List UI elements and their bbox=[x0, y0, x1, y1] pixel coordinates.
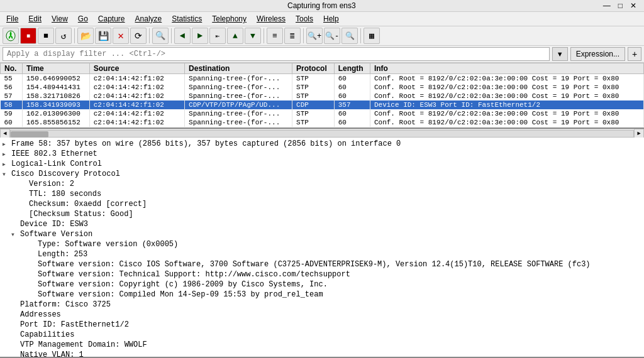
field-label: Device ID: ESW3 bbox=[20, 220, 641, 229]
start-capture-icon: ■ bbox=[26, 33, 30, 40]
save-file-button[interactable]: 💾 bbox=[95, 28, 111, 44]
detail-field-item: Native VLAN: 1 bbox=[3, 350, 641, 358]
menu-capture[interactable]: Capture bbox=[94, 13, 129, 24]
menu-wireless[interactable]: Wireless bbox=[253, 13, 289, 24]
find-packet-button[interactable]: 🔍 bbox=[152, 28, 169, 44]
field-label: Software version: Compiled Mon 14-Sep-09… bbox=[38, 290, 641, 299]
zoom-in-button[interactable]: 🔍+ bbox=[306, 28, 323, 44]
llc-header-item[interactable]: Logical-Link Control bbox=[3, 159, 641, 169]
ethernet-header-item[interactable]: IEEE 802.3 Ethernet bbox=[3, 149, 641, 159]
field-label: Capabilities bbox=[20, 330, 641, 339]
field-label: Software version: Copyright (c) 1986-200… bbox=[38, 280, 641, 289]
stop-capture-button[interactable]: ⏹ bbox=[38, 28, 54, 44]
restart-capture-button[interactable]: ↺ bbox=[55, 28, 72, 44]
field-label: Version: 2 bbox=[29, 180, 641, 188]
colorize-button[interactable]: ≡ bbox=[267, 28, 283, 44]
zoom-out-icon: 🔍- bbox=[325, 31, 339, 41]
table-row[interactable]: 60165.855856152c2:04:14:42:f1:02Spanning… bbox=[1, 118, 644, 127]
scroll-track[interactable] bbox=[10, 130, 634, 138]
toolbar: ■ ⏹ ↺ 📂 💾 ✕ ⟳ 🔍 ◄ ► ⇤ ▲ ▼ ≡ ≣ 🔍 bbox=[0, 26, 644, 46]
menu-view[interactable]: View bbox=[48, 13, 72, 24]
llc-header-text: Logical-Link Control bbox=[11, 160, 641, 168]
expression-button[interactable]: Expression... bbox=[570, 47, 625, 61]
scroll-down-icon: ▼ bbox=[250, 31, 255, 41]
table-row[interactable]: 56154.489441431c2:04:14:42:f1:02Spanning… bbox=[1, 83, 644, 92]
go-back-button[interactable]: ◄ bbox=[174, 28, 191, 44]
start-capture-button[interactable]: ■ bbox=[20, 28, 36, 44]
col-time: Time bbox=[22, 63, 89, 74]
table-row[interactable]: 59162.013096300c2:04:14:42:f1:02Spanning… bbox=[1, 109, 644, 118]
detail-field-item: Length: 253 bbox=[3, 249, 641, 259]
menu-help[interactable]: Help bbox=[319, 13, 343, 24]
detail-field-item: Software version: Cisco IOS Software, 37… bbox=[3, 259, 641, 269]
cdp-toggle-icon bbox=[3, 170, 11, 178]
scroll-down-button[interactable]: ▼ bbox=[245, 28, 261, 44]
zoom-out-button[interactable]: 🔍- bbox=[324, 28, 340, 44]
auto-scroll-button[interactable]: ≣ bbox=[284, 28, 301, 44]
zoom-reset-button[interactable]: 🔍 bbox=[341, 28, 358, 44]
scroll-up-button[interactable]: ▲ bbox=[227, 28, 243, 44]
menu-file[interactable]: File bbox=[3, 13, 22, 24]
close-button[interactable]: ✕ bbox=[628, 1, 639, 10]
detail-field-item: Software version: Copyright (c) 1986-200… bbox=[3, 279, 641, 290]
field-label: Addresses bbox=[20, 310, 641, 319]
field-label: TTL: 180 seconds bbox=[29, 190, 641, 198]
menu-analyze[interactable]: Analyze bbox=[131, 13, 166, 24]
close-file-icon: ✕ bbox=[118, 30, 124, 42]
find-icon: 🔍 bbox=[155, 31, 165, 41]
filter-input[interactable] bbox=[3, 47, 550, 61]
detail-field-item: Device ID: ESW3 bbox=[3, 219, 641, 229]
open-file-button[interactable]: 📂 bbox=[77, 28, 94, 44]
filter-bar: ▼ Expression... + bbox=[0, 46, 644, 63]
detail-field-item: TTL: 180 seconds bbox=[3, 189, 641, 199]
colorize-icon: ≡ bbox=[272, 31, 277, 41]
open-file-icon: 📂 bbox=[80, 31, 91, 41]
separator-5 bbox=[303, 28, 304, 43]
menu-statistics[interactable]: Statistics bbox=[168, 13, 206, 24]
minimize-button[interactable]: — bbox=[601, 1, 613, 10]
menu-telephony[interactable]: Telephony bbox=[208, 13, 250, 24]
add-filter-button[interactable]: + bbox=[628, 47, 641, 61]
cdp-fields: Version: 2TTL: 180 secondsChecksum: 0xae… bbox=[3, 179, 641, 358]
packet-list[interactable]: No. Time Source Destination Protocol Len… bbox=[0, 63, 644, 129]
col-no: No. bbox=[1, 63, 23, 74]
maximize-button[interactable]: □ bbox=[616, 1, 625, 10]
detail-field-item: Checksum: 0xaedd [correct] bbox=[3, 199, 641, 209]
detail-field-item: Port ID: FastEthernet1/2 bbox=[3, 320, 641, 330]
field-label: Type: Software version (0x0005) bbox=[38, 240, 641, 249]
frame-header-text: Frame 58: 357 bytes on wire (2856 bits),… bbox=[11, 139, 641, 148]
detail-field-item: Addresses bbox=[3, 310, 641, 320]
table-row[interactable]: 58158.341939093c2:04:14:42:f1:02CDP/VTP/… bbox=[1, 100, 644, 109]
field-label: Software version: Technical Support: htt… bbox=[38, 270, 641, 279]
reload-button[interactable]: ⟳ bbox=[130, 28, 147, 44]
col-length: Length bbox=[334, 63, 370, 74]
wireshark-logo-button[interactable] bbox=[3, 28, 19, 44]
table-row[interactable]: 55150.646990052c2:04:14:42:f1:02Spanning… bbox=[1, 74, 644, 84]
zoom-reset-icon: 🔍 bbox=[345, 31, 355, 41]
cdp-header-item[interactable]: Cisco Discovery Protocol bbox=[3, 169, 641, 179]
separator-4 bbox=[264, 28, 264, 43]
frame-toggle-icon bbox=[3, 139, 11, 148]
packet-detail[interactable]: Frame 58: 357 bytes on wire (2856 bits),… bbox=[0, 138, 644, 358]
packet-table: No. Time Source Destination Protocol Len… bbox=[0, 63, 644, 127]
save-file-icon: 💾 bbox=[98, 31, 109, 41]
go-first-button[interactable]: ⇤ bbox=[209, 28, 226, 44]
filter-dropdown-button[interactable]: ▼ bbox=[552, 47, 568, 61]
separator-2 bbox=[149, 28, 150, 43]
menu-edit[interactable]: Edit bbox=[25, 13, 45, 24]
horizontal-scrollbar[interactable]: ◄ ► bbox=[0, 129, 644, 138]
packet-diagram-button[interactable]: ▦ bbox=[364, 28, 380, 44]
table-row[interactable]: 57158.321710826c2:04:14:42:f1:02Spanning… bbox=[1, 92, 644, 100]
detail-field-item[interactable]: Software Version bbox=[3, 229, 641, 239]
frame-header-item[interactable]: Frame 58: 357 bytes on wire (2856 bits),… bbox=[3, 139, 641, 149]
close-file-button[interactable]: ✕ bbox=[113, 28, 129, 44]
menu-tools[interactable]: Tools bbox=[292, 13, 317, 24]
col-source: Source bbox=[89, 63, 184, 74]
go-forward-button[interactable]: ► bbox=[192, 28, 208, 44]
scroll-up-icon: ▲ bbox=[233, 31, 238, 41]
ethernet-header-text: IEEE 802.3 Ethernet bbox=[11, 149, 641, 158]
field-label: Checksum: 0xaedd [correct] bbox=[29, 200, 641, 209]
menu-go[interactable]: Go bbox=[74, 13, 92, 24]
field-label: Platform: Cisco 3725 bbox=[20, 300, 641, 309]
diagram-icon: ▦ bbox=[369, 31, 374, 41]
